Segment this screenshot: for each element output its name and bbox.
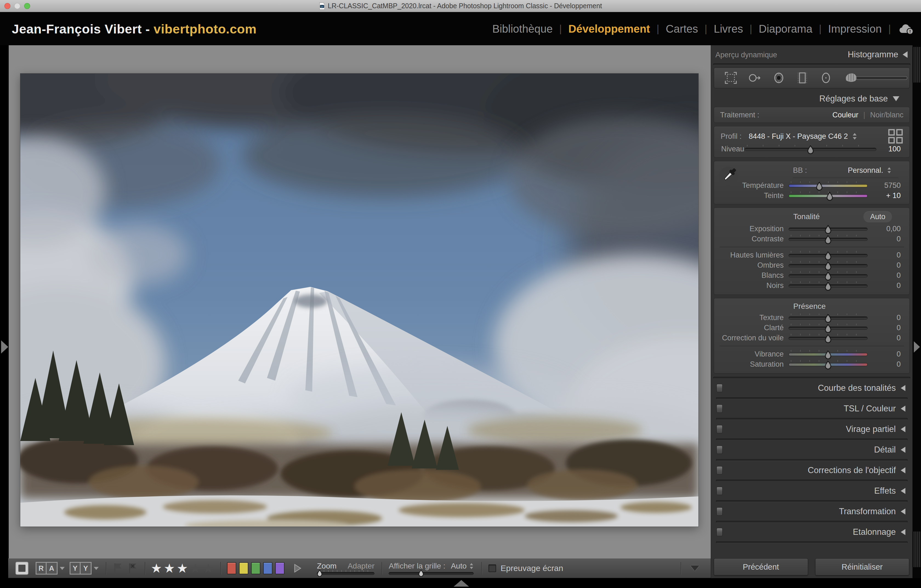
ombres-slider[interactable]	[789, 261, 867, 270]
slider-knob-icon[interactable]	[825, 235, 832, 244]
slider-knob-icon[interactable]	[826, 192, 833, 201]
wb-spinner-icon[interactable]	[887, 167, 892, 174]
spot-removal-tool-icon[interactable]	[747, 70, 762, 86]
module-bibliotheque[interactable]: Bibliothèque	[492, 23, 553, 35]
slider-knob-icon[interactable]	[816, 182, 823, 191]
treatment-bw-option[interactable]: Noir/blanc	[870, 111, 903, 119]
hautes-lumieres-slider[interactable]	[789, 251, 867, 260]
star-3[interactable]: ★	[177, 562, 188, 575]
impromptu-slideshow-icon[interactable]	[292, 563, 303, 573]
panel-transformation[interactable]: Transformation	[714, 504, 910, 519]
panel-toggle-icon[interactable]	[716, 466, 722, 474]
minimize-window-button[interactable]	[14, 3, 20, 9]
white-balance-eyedropper-icon[interactable]	[718, 165, 738, 187]
slider-knob-icon[interactable]	[825, 350, 832, 360]
adjustment-brush-tool-icon[interactable]	[843, 70, 910, 86]
panel-toggle-icon[interactable]	[716, 487, 722, 495]
module-cartes[interactable]: Cartes	[666, 23, 698, 35]
slider-knob-icon[interactable]	[418, 570, 424, 577]
module-developpement[interactable]: Développement	[568, 23, 650, 35]
zoom-label[interactable]: Zoom	[317, 562, 337, 570]
before-after-dropdown-icon[interactable]	[94, 567, 99, 570]
reset-button[interactable]: Réinitialiser	[815, 559, 910, 575]
panel-detail[interactable]: Détail	[714, 443, 910, 457]
reject-flag-icon[interactable]	[127, 562, 138, 575]
reference-view-button[interactable]: RA	[36, 562, 57, 575]
temperature-slider[interactable]	[789, 181, 867, 191]
profile-spinner-icon[interactable]	[852, 132, 857, 140]
color-label-3[interactable]	[251, 562, 260, 574]
noirs-slider[interactable]	[789, 281, 867, 291]
soft-proof-checkbox[interactable]	[488, 564, 496, 572]
module-impression[interactable]: Impression	[828, 23, 882, 35]
photo-mount-fuji[interactable]	[20, 73, 698, 526]
star-5[interactable]: ★	[203, 562, 214, 575]
zoom-window-button[interactable]	[24, 3, 30, 9]
red-eye-tool-icon[interactable]	[772, 70, 786, 86]
identity-plate[interactable]: Jean-François Vibert - vibertphoto.com	[12, 21, 257, 36]
slider-knob-icon[interactable]	[825, 360, 832, 370]
panel-tsl-couleur[interactable]: TSL / Couleur	[714, 402, 910, 416]
graduated-filter-tool-icon[interactable]	[796, 70, 809, 86]
contraste-slider[interactable]	[789, 234, 867, 244]
color-label-1[interactable]	[227, 562, 236, 574]
correction-du-voile-slider[interactable]	[789, 333, 867, 343]
panel-toggle-icon[interactable]	[716, 404, 722, 413]
panel-toggle-icon[interactable]	[716, 528, 722, 536]
slider-knob-icon[interactable]	[825, 314, 832, 323]
vibrance-slider[interactable]	[789, 349, 867, 359]
module-diaporama[interactable]: Diaporama	[759, 23, 812, 35]
slider-knob-icon[interactable]	[825, 334, 832, 344]
auto-tone-button[interactable]: Auto	[864, 211, 892, 222]
slider-knob-icon[interactable]	[825, 225, 832, 234]
niveau-slider[interactable]	[745, 144, 876, 154]
blancs-slider[interactable]	[789, 271, 867, 280]
profile-browser-icon[interactable]	[888, 129, 903, 144]
slider-knob-icon[interactable]	[807, 145, 814, 155]
close-window-button[interactable]	[4, 3, 10, 9]
zoom-slider[interactable]	[317, 572, 374, 575]
profile-value[interactable]: 8448 - Fuji X - Paysage C46 2	[749, 132, 848, 141]
wb-value[interactable]: Personnal.	[848, 166, 883, 175]
star-4[interactable]: ★	[190, 562, 201, 575]
star-2[interactable]: ★	[164, 562, 175, 575]
previous-button[interactable]: Précédent	[714, 559, 808, 575]
clarte-slider[interactable]	[789, 323, 867, 333]
loupe-view-button[interactable]	[15, 562, 29, 575]
module-livres[interactable]: Livres	[714, 23, 743, 35]
grid-mode-select[interactable]: Auto	[451, 562, 474, 570]
color-label-2[interactable]	[239, 562, 248, 574]
panel-virage-partiel[interactable]: Virage partiel	[714, 422, 910, 437]
panel-etalonnage[interactable]: Etalonnage	[714, 525, 910, 539]
panel-courbe-des-tonalites[interactable]: Courbe des tonalités	[714, 381, 910, 395]
slider-knob-icon[interactable]	[317, 570, 322, 577]
show-filmstrip-arrow-icon[interactable]	[454, 580, 469, 586]
slider-knob-icon[interactable]	[825, 282, 832, 291]
before-after-view-button[interactable]: YY	[70, 562, 91, 575]
panel-corrections-de-l-objectif[interactable]: Corrections de l'objectif	[714, 463, 910, 477]
slider-knob-icon[interactable]	[825, 251, 832, 261]
panel-toggle-icon[interactable]	[716, 446, 722, 454]
panel-toggle-icon[interactable]	[716, 507, 722, 516]
treatment-color-option[interactable]: Couleur	[833, 111, 859, 119]
toolbar-options-icon[interactable]	[690, 565, 699, 571]
cloud-sync-icon[interactable]: !	[898, 23, 914, 34]
color-label-4[interactable]	[263, 562, 272, 574]
slider-knob-icon[interactable]	[825, 324, 832, 333]
grid-size-slider[interactable]	[389, 572, 474, 575]
panel-effets[interactable]: Effets	[714, 484, 910, 498]
reference-view-dropdown-icon[interactable]	[60, 567, 65, 570]
panel-toggle-icon[interactable]	[716, 384, 722, 392]
teinte-slider[interactable]	[789, 191, 867, 201]
saturation-slider[interactable]	[789, 360, 867, 370]
star-1[interactable]: ★	[151, 562, 162, 575]
pick-flag-icon[interactable]	[112, 562, 123, 575]
histogram-panel-header[interactable]: Histogramme	[848, 50, 908, 60]
crop-tool-icon[interactable]	[724, 70, 738, 86]
exposition-slider[interactable]	[789, 224, 867, 234]
basic-panel-header[interactable]: Réglages de base	[711, 91, 913, 106]
hide-right-panel-arrow-icon[interactable]	[914, 342, 920, 353]
star-rating[interactable]: ★★★★★	[151, 562, 214, 575]
radial-filter-tool-icon[interactable]	[819, 70, 833, 86]
texture-slider[interactable]	[789, 313, 867, 323]
